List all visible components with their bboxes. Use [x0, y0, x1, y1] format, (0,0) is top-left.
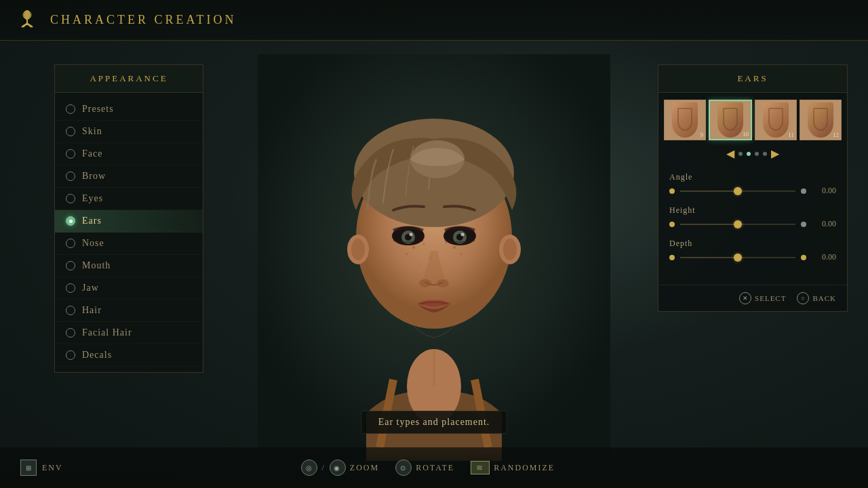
ear-thumb-10[interactable]: 10	[709, 100, 752, 140]
bottom-controls-bar: ⊞ ENV ◎ / ◉ ZOOM ⊙ ROTATE ≋ RANDOMIZE	[0, 447, 868, 488]
slider-depth-control: 0.00	[669, 252, 836, 262]
nav-dot-4	[763, 152, 767, 156]
sidebar-item-jaw[interactable]: Jaw	[55, 277, 203, 300]
panel-actions: ✕ SELECT ○ BACK	[658, 285, 847, 311]
ears-panel-title: EARS	[658, 65, 847, 93]
slider-depth-value: 0.00	[812, 252, 836, 262]
svg-point-13	[406, 253, 408, 256]
slider-angle: Angle 0.00	[669, 172, 836, 196]
ear-tooltip: Ear types and placement.	[361, 411, 507, 434]
ear-thumbnails: 9 10 11 12	[658, 93, 847, 143]
menu-bullet	[66, 283, 75, 293]
slider-depth-label: Depth	[669, 239, 836, 249]
rotate-label: ROTATE	[416, 463, 454, 473]
nav-next-icon[interactable]: ▶	[771, 147, 779, 160]
env-label: ENV	[42, 463, 63, 473]
viewport-controls: ◎ / ◉ ZOOM ⊙ ROTATE ≋ RANDOMIZE	[301, 460, 555, 476]
rotate-icon: ⊙	[395, 460, 412, 476]
sidebar-item-brow[interactable]: Brow	[55, 165, 203, 188]
header-bar: CHARACTER CREATION	[0, 0, 868, 41]
appearance-panel-title: APPEARANCE	[55, 65, 203, 93]
thumb-number: 12	[833, 131, 839, 138]
ear-thumb-9[interactable]: 9	[664, 100, 706, 140]
slider-dot-icon-right	[801, 188, 806, 194]
slider-dot-icon	[669, 222, 675, 227]
sidebar-item-label: Face	[82, 148, 102, 159]
slider-height-track[interactable]	[680, 224, 795, 225]
sidebar-item-label: Hair	[82, 305, 102, 316]
slider-dot-icon-right	[801, 255, 806, 260]
sidebar-item-face[interactable]: Face	[55, 143, 203, 165]
slider-depth: Depth 0.00	[669, 239, 836, 262]
sidebar-item-label: Ears	[82, 216, 102, 226]
sidebar-item-facial-hair[interactable]: Facial Hair	[55, 322, 203, 344]
tooltip-text: Ear types and placement.	[378, 417, 490, 427]
slider-height-control: 0.00	[669, 219, 836, 229]
randomize-label: RANDOMIZE	[494, 463, 555, 473]
menu-bullet	[66, 171, 75, 181]
svg-point-32	[410, 233, 413, 237]
svg-point-12	[423, 243, 425, 245]
slider-height: Height 0.00	[669, 205, 836, 229]
back-button[interactable]: ○ BACK	[797, 292, 836, 304]
slider-dot-icon	[669, 255, 675, 260]
nav-prev-icon[interactable]: ◀	[726, 147, 734, 160]
menu-bullet	[66, 350, 75, 360]
svg-point-35	[437, 279, 449, 287]
sidebar-item-label: Mouth	[82, 260, 111, 271]
svg-point-11	[412, 246, 415, 249]
sidebar-item-ears[interactable]: Ears	[55, 210, 203, 232]
slider-dot-icon	[669, 188, 675, 194]
svg-point-25	[503, 239, 517, 260]
appearance-menu: Presets Skin Face Brow Eyes Ears Nose M	[55, 93, 203, 372]
appearance-panel: APPEARANCE Presets Skin Face Brow Eyes E…	[54, 64, 203, 373]
thumb-number: 9	[701, 131, 704, 138]
thumb-number: 11	[788, 131, 794, 138]
slider-angle-control: 0.00	[669, 186, 836, 196]
ear-thumb-12[interactable]: 12	[800, 100, 842, 140]
header-icon	[14, 7, 41, 34]
svg-point-34	[419, 279, 431, 287]
sidebar-item-label: Nose	[82, 238, 104, 249]
sidebar-item-eyes[interactable]: Eyes	[55, 188, 203, 210]
sidebar-item-label: Presets	[82, 104, 114, 115]
sidebar-item-presets[interactable]: Presets	[55, 98, 203, 121]
slider-height-label: Height	[669, 205, 836, 216]
sidebar-item-nose[interactable]: Nose	[55, 232, 203, 255]
slider-angle-track[interactable]	[680, 190, 795, 192]
sidebar-item-decals[interactable]: Decals	[55, 344, 203, 367]
ear-image-11	[763, 102, 789, 138]
ear-image-10	[717, 102, 743, 138]
ear-image-12	[808, 102, 833, 138]
select-button[interactable]: ✕ SELECT	[739, 292, 786, 304]
svg-point-19	[420, 264, 421, 265]
nav-dot-3	[755, 152, 759, 156]
menu-bullet	[66, 149, 75, 159]
zoom-label: ZOOM	[350, 463, 379, 473]
select-label: SELECT	[755, 294, 786, 302]
select-icon: ✕	[739, 292, 751, 304]
menu-bullet	[66, 194, 75, 203]
env-control[interactable]: ⊞ ENV	[20, 460, 63, 476]
menu-bullet	[66, 127, 75, 136]
menu-bullet	[66, 306, 75, 315]
ear-thumb-11[interactable]: 11	[755, 100, 797, 140]
randomize-control[interactable]: ≋ RANDOMIZE	[471, 461, 555, 474]
zoom-control[interactable]: ◎ / ◉ ZOOM	[301, 460, 379, 476]
svg-point-16	[460, 253, 462, 256]
slider-depth-track[interactable]	[680, 257, 795, 258]
menu-bullet-active	[66, 216, 75, 226]
ears-panel: EARS 9 10 11 12 ◀ ▶	[658, 64, 848, 312]
rotate-control[interactable]: ⊙ ROTATE	[395, 460, 454, 476]
menu-bullet	[66, 239, 75, 248]
sidebar-item-label: Brow	[82, 171, 106, 182]
svg-point-14	[453, 246, 456, 249]
svg-point-33	[461, 233, 465, 237]
slider-angle-value: 0.00	[812, 186, 836, 196]
sidebar-item-hair[interactable]: Hair	[55, 300, 203, 322]
sidebar-item-skin[interactable]: Skin	[55, 121, 203, 143]
character-portrait	[258, 54, 610, 461]
sidebar-item-mouth[interactable]: Mouth	[55, 255, 203, 277]
nav-dot-1	[738, 152, 743, 156]
back-label: BACK	[812, 294, 836, 302]
